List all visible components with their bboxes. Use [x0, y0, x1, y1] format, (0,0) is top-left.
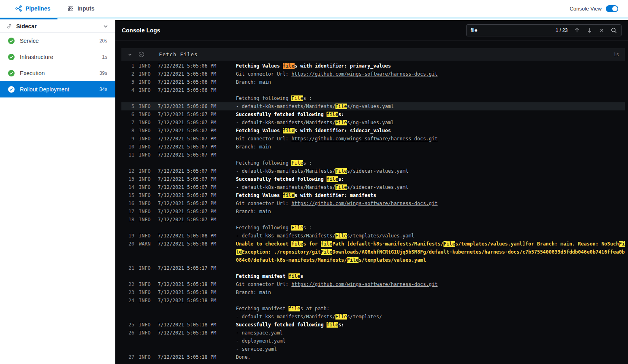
line-number: 12: [121, 167, 134, 175]
log-message: - default-k8s-manifests/Manifests/Files/…: [236, 102, 625, 110]
log-message: Branch: main: [236, 143, 625, 151]
log-link[interactable]: https://github.com/wings-software/harnes…: [291, 281, 437, 287]
log-message: Git connector Url: https://github.com/wi…: [236, 135, 625, 143]
clear-search-icon[interactable]: [599, 28, 605, 33]
log-row: 23INFO7/12/2021 5:05:18 PMBranch: main: [121, 288, 625, 296]
log-text: file: [327, 176, 338, 182]
log-text: s for: [303, 241, 320, 247]
sidebar-item-execution[interactable]: Execution 39s: [0, 65, 115, 81]
log-row: 1INFO7/12/2021 5:05:06 PMFetching Values…: [121, 62, 625, 70]
log-text: Git connector Url:: [236, 201, 291, 206]
log-text: Fetching Values: [236, 193, 283, 198]
sidebar-item-service[interactable]: Service 20s: [0, 33, 115, 49]
log-text: Git connector Url:: [236, 281, 291, 287]
log-message: Branch: main: [236, 78, 625, 86]
log-text: file: [291, 241, 303, 247]
log-text: s with identifier: sidecar_values: [295, 128, 391, 133]
log-link[interactable]: https://github.com/wings-software/harnes…: [291, 71, 437, 77]
log-timestamp: 7/12/2021 5:05:07 PM: [158, 143, 236, 151]
log-text: s:: [338, 112, 344, 117]
log-level: INFO: [139, 167, 158, 175]
log-timestamp: 7/12/2021 5:05:07 PM: [158, 191, 236, 199]
log-text: s/sidecar-values.yaml: [347, 168, 409, 174]
log-text: s/ng-values.yaml: [347, 120, 394, 125]
log-message: - default-k8s-manifests/Manifests/Files/…: [236, 119, 625, 127]
log-timestamp: 7/12/2021 5:05:08 PM: [158, 232, 236, 240]
search-icon[interactable]: [611, 27, 617, 34]
log-timestamp: 7/12/2021 5:05:18 PM: [158, 288, 236, 296]
log-message: Fetching manifest files at path: - defau…: [236, 296, 625, 321]
sidebar-header[interactable]: Sidecar: [0, 20, 115, 33]
next-match-icon[interactable]: [586, 27, 593, 34]
log-level: INFO: [139, 183, 158, 191]
log-timestamp: 7/12/2021 5:05:06 PM: [158, 102, 236, 110]
log-level: INFO: [139, 62, 158, 70]
log-level: INFO: [139, 321, 158, 329]
prev-match-icon[interactable]: [574, 27, 580, 34]
step-duration: 1s: [102, 54, 107, 60]
log-text: File: [335, 184, 347, 190]
log-row: 20WARN7/12/2021 5:05:08 PMUnable to chec…: [121, 240, 625, 264]
console-view-toggle[interactable]: [606, 5, 618, 12]
log-text: File: [335, 104, 347, 109]
log-text: File: [335, 233, 347, 239]
log-row: 24INFO7/12/2021 5:05:18 PM Fetching mani…: [121, 296, 625, 321]
sidebar-item-infrastructure[interactable]: Infrastructure 1s: [0, 49, 115, 65]
log-link[interactable]: https://github.com/wings-software/harnes…: [291, 136, 437, 142]
log-message: Fetching Values files with identifier: p…: [236, 62, 625, 70]
log-timestamp: 7/12/2021 5:05:18 PM: [158, 280, 236, 288]
tab-inputs[interactable]: Inputs: [62, 0, 106, 18]
log-text: s:: [338, 322, 344, 328]
line-number: 11: [121, 151, 134, 159]
log-text: Fetching following: [236, 225, 291, 231]
console-logs-title: Console Logs: [122, 27, 466, 34]
log-timestamp: 7/12/2021 5:05:07 PM: [158, 175, 236, 183]
log-text: File: [443, 241, 455, 247]
chevron-down-icon[interactable]: [127, 52, 133, 57]
log-message: Fetching following Files :: [236, 86, 625, 102]
log-level: INFO: [139, 191, 158, 199]
status-success-icon: [8, 38, 15, 44]
log-text: file: [327, 112, 338, 117]
log-text: s/templates/values.yaml: [347, 233, 414, 239]
sidebar-item-label: Service: [20, 38, 39, 44]
log-text: s :: [303, 160, 312, 166]
log-text: s with identifier: manifests: [295, 193, 376, 198]
log-row: 11INFO7/12/2021 5:05:07 PM Fetching foll…: [121, 151, 625, 167]
search-input[interactable]: [471, 27, 550, 33]
log-text: Fetching Values: [236, 128, 283, 133]
log-message: - default-k8s-manifests/Manifests/Files/…: [236, 232, 625, 240]
status-success-icon: [8, 54, 15, 60]
log-row: 3INFO7/12/2021 5:05:06 PMBranch: main: [121, 78, 625, 86]
log-timestamp: 7/12/2021 5:05:07 PM: [158, 151, 236, 159]
log-row: 25INFO7/12/2021 5:05:18 PMSuccessfully f…: [121, 321, 625, 329]
sidebar-item-rollout-deployment[interactable]: Rollout Deployment 34s: [0, 81, 115, 97]
log-text: - default-k8s-manifests/Manifests/: [236, 184, 335, 190]
log-level: INFO: [139, 70, 158, 78]
chevron-down-icon[interactable]: [102, 23, 109, 30]
log-section-header[interactable]: Fetch Files 1s: [121, 48, 625, 61]
log-area: Fetch Files 1s 1INFO7/12/2021 5:05:06 PM…: [115, 40, 628, 361]
log-row: 15INFO7/12/2021 5:05:07 PMFetching Value…: [121, 191, 625, 199]
line-number: 1: [121, 62, 134, 70]
log-text: File: [335, 168, 347, 174]
log-level: INFO: [139, 110, 158, 119]
line-number: 20: [121, 240, 134, 248]
sidebar-item-label: Execution: [20, 70, 45, 76]
sidebar-item-label: Rollout Deployment: [20, 86, 69, 93]
tab-pipelines[interactable]: Pipelines: [10, 0, 62, 18]
log-text: s/sidecar-values.yaml: [347, 184, 409, 190]
log-row: 18INFO7/12/2021 5:05:07 PM Fetching foll…: [121, 216, 625, 232]
log-text: Exception: ./repository/git: [242, 249, 320, 255]
log-text: Branch: main: [236, 209, 271, 214]
log-text: s/templates/: [347, 314, 382, 320]
log-link[interactable]: https://github.com/wings-software/harnes…: [291, 201, 437, 206]
log-timestamp: 7/12/2021 5:05:17 PM: [158, 264, 236, 272]
log-text: Branch: main: [236, 290, 271, 295]
log-text: Fetching manifest: [236, 306, 289, 311]
log-timestamp: 7/12/2021 5:05:07 PM: [158, 110, 236, 119]
log-row: 2INFO7/12/2021 5:05:06 PMGit connector U…: [121, 70, 625, 78]
log-text: Fetching manifest: [236, 273, 289, 279]
log-text: file: [321, 241, 333, 247]
log-timestamp: 7/12/2021 5:05:07 PM: [158, 199, 236, 207]
